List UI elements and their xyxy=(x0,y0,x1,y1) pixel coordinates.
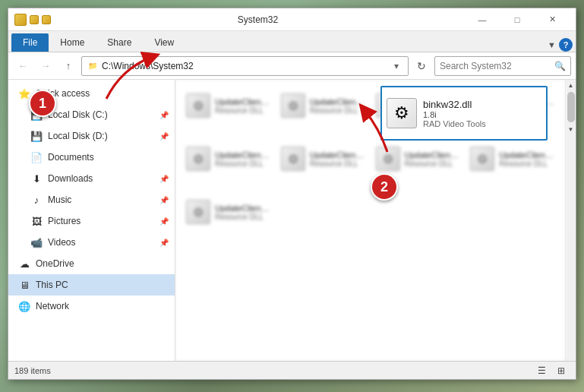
pin-icon-videos: 📌 xyxy=(159,239,169,247)
dll-icon xyxy=(281,147,305,171)
selected-file-icon: ⚙ xyxy=(387,98,417,128)
dll-icon xyxy=(186,200,210,224)
file-name: UpdateClient5.dll xyxy=(405,150,460,160)
main-area: ⭐ Quick access 💾 Local Disk (C:) 📌 💾 Loc… xyxy=(8,80,576,361)
window-icon xyxy=(14,14,27,26)
this-pc-icon: 🖥 xyxy=(17,278,31,292)
scroll-up-arrow[interactable]: ▲ xyxy=(566,80,576,90)
address-path: C:\Windows\System32 xyxy=(102,61,390,71)
ribbon-chevron-icon[interactable]: ▼ xyxy=(548,40,556,49)
title-bar: System32 — □ ✕ xyxy=(8,8,576,31)
selected-file-box[interactable]: ⚙ binkw32.dll 1.8i RAD Video Tools xyxy=(380,86,548,141)
file-type: Resource DLL xyxy=(310,106,365,115)
view-details-button[interactable]: ☰ xyxy=(533,364,550,378)
tab-file[interactable]: File xyxy=(11,33,49,52)
search-icon[interactable]: 🔍 xyxy=(554,61,566,71)
sidebar-label-onedrive: OneDrive xyxy=(36,258,169,269)
sidebar-item-local-disk-d[interactable]: 💾 Local Disk (D:) 📌 xyxy=(8,125,175,147)
list-item[interactable]: UpdateClient5.dll Resource DLL xyxy=(371,139,465,179)
file-explorer-window: System32 — □ ✕ File Home Share View ▼ ? … xyxy=(8,8,576,380)
search-input[interactable] xyxy=(440,61,554,71)
selected-file-size: 1.8i xyxy=(423,110,486,119)
sidebar-item-videos[interactable]: 📹 Videos 📌 xyxy=(8,232,175,253)
up-button[interactable]: ↑ xyxy=(58,56,78,76)
status-bar: 189 items ☰ ⊞ xyxy=(8,361,576,379)
selected-file-name: binkw32.dll xyxy=(423,99,486,110)
sidebar-label-pictures: Pictures xyxy=(48,216,156,226)
file-area-inner: UpdateClient5.dll Resource DLL UpdateCli… xyxy=(175,80,576,361)
sidebar: ⭐ Quick access 💾 Local Disk (C:) 📌 💾 Loc… xyxy=(8,80,175,361)
tab-share[interactable]: Share xyxy=(96,33,143,52)
quick-access-icon: ⭐ xyxy=(17,87,31,100)
minimize-button[interactable]: — xyxy=(465,8,500,31)
list-item[interactable]: UpdateClient65.dll Resource DLL xyxy=(276,86,370,125)
file-type: Resource DLL xyxy=(405,160,460,168)
file-info: UpdateClient5.dll Resource DLL xyxy=(215,97,270,115)
music-icon: ♪ xyxy=(30,193,43,207)
scrollbar-track: ▲ ▼ xyxy=(565,80,576,361)
file-area-wrapper: UpdateClient5.dll Resource DLL UpdateCli… xyxy=(175,80,576,361)
scroll-down-arrow[interactable]: ▼ xyxy=(566,124,576,134)
sidebar-label-this-pc: This PC xyxy=(36,280,169,290)
search-box[interactable]: 🔍 xyxy=(434,56,571,76)
file-name: UpdateClient63.dll xyxy=(215,204,270,213)
pin-icon-pictures: 📌 xyxy=(159,217,169,226)
sidebar-item-pictures[interactable]: 🖼 Pictures 📌 xyxy=(8,210,175,232)
list-item[interactable]: UpdateClient5.dll Resource DLL xyxy=(182,86,275,125)
view-tiles-button[interactable]: ⊞ xyxy=(553,364,570,378)
videos-icon: 📹 xyxy=(30,236,43,249)
sidebar-item-music[interactable]: ♪ Music 📌 xyxy=(8,189,175,210)
dll-icon xyxy=(281,93,305,118)
pin-icon-c: 📌 xyxy=(159,111,169,119)
sidebar-item-quick-access[interactable]: ⭐ Quick access xyxy=(8,83,175,104)
address-box[interactable]: 📁 C:\Windows\System32 ▾ xyxy=(81,56,409,76)
file-info: UpdateClient65.dll Resource DLL xyxy=(310,97,365,115)
window-title: System32 xyxy=(51,14,465,25)
list-item[interactable]: UpdateClient42.dll Resource DLL xyxy=(466,139,559,179)
sidebar-label-quick-access: Quick access xyxy=(36,88,169,99)
window-icon2 xyxy=(30,15,39,24)
sidebar-item-onedrive[interactable]: ☁ OneDrive xyxy=(8,253,175,274)
sidebar-label-network: Network xyxy=(36,301,169,311)
list-item[interactable]: UpdateClient63.dll Resource DLL xyxy=(182,192,275,232)
file-type: Resource DLL xyxy=(215,213,270,221)
file-name: UpdateClient5.dll xyxy=(215,97,270,106)
sidebar-item-this-pc[interactable]: 🖥 This PC xyxy=(8,274,175,296)
maximize-button[interactable]: □ xyxy=(500,8,535,31)
help-icon[interactable]: ? xyxy=(559,38,573,52)
onedrive-icon: ☁ xyxy=(17,257,31,270)
status-right: ☰ ⊞ xyxy=(533,364,570,378)
ribbon-tabs: File Home Share View ▼ ? xyxy=(8,31,576,52)
tab-view[interactable]: View xyxy=(143,33,185,52)
dll-icon xyxy=(470,147,494,171)
tab-home[interactable]: Home xyxy=(49,33,96,52)
address-dropdown-icon[interactable]: ▾ xyxy=(390,57,403,75)
pin-icon-downloads: 📌 xyxy=(159,175,169,183)
file-name: UpdateClient65.dll xyxy=(310,150,365,160)
selected-file-company: RAD Video Tools xyxy=(423,119,486,128)
local-disk-d-icon: 💾 xyxy=(30,129,43,143)
window-icon3 xyxy=(42,15,51,24)
sidebar-item-documents[interactable]: 📄 Documents xyxy=(8,147,175,168)
pin-icon-d: 📌 xyxy=(159,132,169,141)
file-type: Resource DLL xyxy=(215,106,270,115)
address-bar-row: ← → ↑ 📁 C:\Windows\System32 ▾ ↻ 🔍 xyxy=(8,52,576,80)
forward-button[interactable]: → xyxy=(36,56,55,76)
list-item[interactable]: UpdateClient65.dll Resource DLL xyxy=(276,139,370,179)
title-bar-controls: — □ ✕ xyxy=(465,8,570,31)
scrollbar-thumb[interactable] xyxy=(567,92,575,122)
refresh-button[interactable]: ↻ xyxy=(412,56,431,76)
sidebar-item-downloads[interactable]: ⬇ Downloads 📌 xyxy=(8,168,175,189)
dll-icon xyxy=(376,147,400,171)
sidebar-item-network[interactable]: 🌐 Network xyxy=(8,296,175,317)
back-button[interactable]: ← xyxy=(13,56,33,76)
file-type: Resource DLL xyxy=(215,160,270,168)
file-type: Resource DLL xyxy=(310,160,365,168)
close-button[interactable]: ✕ xyxy=(535,8,570,31)
file-name: UpdateClient21.dll xyxy=(215,150,270,160)
documents-icon: 📄 xyxy=(30,150,43,164)
sidebar-label-music: Music xyxy=(48,194,156,205)
sidebar-item-local-disk-c[interactable]: 💾 Local Disk (C:) 📌 xyxy=(8,104,175,125)
list-item[interactable]: UpdateClient21.dll Resource DLL xyxy=(182,139,275,179)
file-info: UpdateClient5.dll Resource DLL xyxy=(405,150,460,168)
